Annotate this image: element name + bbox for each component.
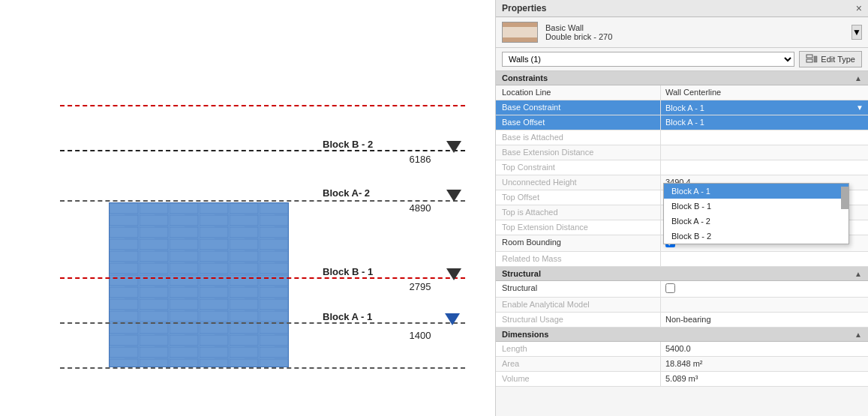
row-top-constraint: Top Constraint bbox=[496, 160, 868, 175]
label-enable-analytical: Enable Analytical Model bbox=[496, 298, 661, 312]
block-a1-label: Block A - 1 bbox=[323, 311, 372, 322]
value-location-line: Wall Centerline bbox=[661, 85, 868, 100]
wall-icon-bot bbox=[503, 37, 537, 42]
edit-type-button[interactable]: Edit Type bbox=[799, 51, 862, 67]
block-b1-label: Block B - 1 bbox=[323, 266, 373, 277]
brick-pattern bbox=[110, 203, 288, 367]
svg-rect-4 bbox=[806, 59, 812, 62]
section-constraints: Constraints ▲ bbox=[496, 71, 868, 85]
label-area: Area bbox=[496, 357, 661, 371]
wall-icon-mid bbox=[503, 27, 537, 37]
label-top-ext-dist: Top Extension Distance bbox=[496, 220, 661, 235]
value-length: 5400.0 bbox=[661, 342, 868, 356]
wall-type-dropdown-btn[interactable]: ▼ bbox=[851, 25, 862, 40]
panel-titlebar: Properties × bbox=[496, 0, 868, 17]
wall-type-info: Basic Wall Double brick - 270 bbox=[545, 23, 844, 41]
svg-rect-5 bbox=[814, 56, 817, 62]
block-b1-arrow bbox=[446, 268, 461, 280]
row-base-offset[interactable]: Base Offset Block A - 1 bbox=[496, 115, 868, 130]
edit-type-label: Edit Type bbox=[821, 55, 855, 64]
label-base-attached: Base is Attached bbox=[496, 130, 661, 145]
brick-wall bbox=[109, 202, 289, 367]
value-structural[interactable] bbox=[661, 281, 868, 297]
label-structural-usage: Structural Usage bbox=[496, 313, 661, 327]
value-base-attached bbox=[661, 130, 868, 145]
row-structural: Structural bbox=[496, 281, 868, 298]
top-red-line bbox=[60, 105, 465, 106]
label-structural: Structural bbox=[496, 281, 661, 297]
dropdown-item-0[interactable]: Block A - 1 bbox=[664, 184, 848, 199]
block-b2-dim: 6186 bbox=[390, 154, 450, 165]
base-offset-dropdown[interactable]: Block A - 1 Block B - 1 Block A - 2 Bloc… bbox=[663, 183, 849, 244]
section-dimensions-label: Dimensions bbox=[502, 330, 548, 339]
block-b1-dim: 2795 bbox=[390, 281, 450, 292]
dropdown-item-3[interactable]: Block B - 2 bbox=[664, 229, 848, 244]
svg-rect-2 bbox=[110, 203, 288, 367]
label-base-offset: Base Offset bbox=[496, 115, 661, 130]
dropdown-item-2[interactable]: Block A - 2 bbox=[664, 214, 848, 229]
row-base-constraint[interactable]: Base Constraint Block A - 1 ▼ bbox=[496, 100, 868, 115]
svg-rect-3 bbox=[806, 55, 812, 58]
label-base-constraint: Base Constraint bbox=[496, 100, 661, 115]
block-a2-arrow bbox=[446, 190, 461, 202]
wall-type-name1: Basic Wall bbox=[545, 23, 844, 32]
block-b2-label: Block B - 2 bbox=[323, 139, 373, 150]
filter-select[interactable]: Walls (1) bbox=[502, 52, 794, 67]
label-location-line: Location Line bbox=[496, 85, 661, 100]
structural-checkbox[interactable] bbox=[665, 283, 675, 293]
base-constraint-dropdown-indicator: ▼ bbox=[856, 103, 863, 112]
block-a1-dim: 1400 bbox=[390, 330, 450, 341]
section-dimensions: Dimensions ▲ bbox=[496, 328, 868, 342]
row-structural-usage: Structural Usage Non-bearing bbox=[496, 313, 868, 328]
section-structural-label: Structural bbox=[502, 269, 541, 278]
canvas-area: Block B - 2 6186 Block A- 2 4890 Block B… bbox=[0, 0, 495, 416]
label-room-bounding: Room Bounding bbox=[496, 235, 661, 251]
value-top-constraint bbox=[661, 160, 868, 175]
label-top-attached: Top is Attached bbox=[496, 205, 661, 220]
block-a2-label: Block A- 2 bbox=[323, 187, 370, 199]
panel-title: Properties bbox=[502, 3, 546, 13]
label-base-ext-dist: Base Extension Distance bbox=[496, 145, 661, 160]
value-base-offset: Block A - 1 bbox=[661, 115, 868, 130]
value-related-mass bbox=[661, 252, 868, 266]
row-location-line: Location Line Wall Centerline bbox=[496, 85, 868, 100]
row-enable-analytical: Enable Analytical Model bbox=[496, 298, 868, 313]
block-a1-line bbox=[60, 322, 465, 324]
block-b2-line bbox=[60, 150, 465, 151]
value-enable-analytical bbox=[661, 298, 868, 312]
section-structural: Structural ▲ bbox=[496, 267, 868, 281]
label-length: Length bbox=[496, 342, 661, 356]
label-top-offset: Top Offset bbox=[496, 190, 661, 205]
filter-bar: Walls (1) Edit Type bbox=[496, 48, 868, 71]
bottom-line bbox=[60, 367, 465, 369]
row-area: Area 18.848 m² bbox=[496, 357, 868, 372]
wall-type-icon bbox=[502, 22, 538, 43]
row-base-ext-dist: Base Extension Distance bbox=[496, 145, 868, 160]
value-area: 18.848 m² bbox=[661, 357, 868, 371]
section-constraints-label: Constraints bbox=[502, 73, 548, 82]
dropdown-scrollbar[interactable] bbox=[841, 187, 848, 209]
row-related-mass: Related to Mass bbox=[496, 252, 868, 267]
block-a2-line bbox=[60, 200, 465, 202]
label-related-mass: Related to Mass bbox=[496, 252, 661, 266]
row-volume: Volume 5.089 m³ bbox=[496, 372, 868, 387]
wall-type-name2: Double brick - 270 bbox=[545, 32, 844, 41]
block-a1-arrow bbox=[445, 313, 460, 325]
dimensions-arrow: ▲ bbox=[854, 331, 862, 339]
block-a2-dim: 4890 bbox=[390, 202, 450, 214]
value-structural-usage: Non-bearing bbox=[661, 313, 868, 327]
row-length: Length 5400.0 bbox=[496, 342, 868, 357]
dropdown-item-1[interactable]: Block B - 1 bbox=[664, 199, 848, 214]
value-base-ext-dist bbox=[661, 145, 868, 160]
base-constraint-text: Block A - 1 bbox=[665, 103, 704, 112]
block-b2-arrow bbox=[446, 141, 461, 153]
label-top-constraint: Top Constraint bbox=[496, 160, 661, 175]
close-button[interactable]: × bbox=[856, 3, 862, 13]
block-b1-line bbox=[60, 277, 465, 279]
value-base-constraint: Block A - 1 ▼ bbox=[661, 100, 868, 115]
value-volume: 5.089 m³ bbox=[661, 372, 868, 386]
label-volume: Volume bbox=[496, 372, 661, 386]
constraints-arrow: ▲ bbox=[854, 74, 862, 82]
edit-type-icon bbox=[806, 54, 818, 64]
wall-type-bar: Basic Wall Double brick - 270 ▼ bbox=[496, 17, 868, 48]
